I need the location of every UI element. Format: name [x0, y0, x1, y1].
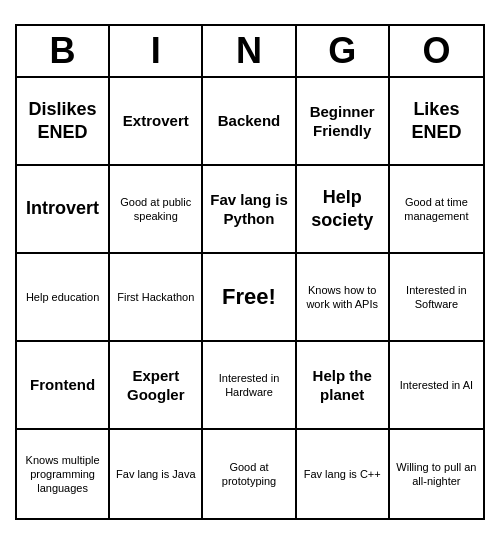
bingo-cell[interactable]: Introvert	[17, 166, 110, 254]
bingo-cell[interactable]: Knows how to work with APIs	[297, 254, 390, 342]
bingo-grid: Dislikes ENEDExtrovertBackendBeginner Fr…	[17, 78, 483, 518]
bingo-cell[interactable]: Knows multiple programming languages	[17, 430, 110, 518]
bingo-cell[interactable]: Interested in AI	[390, 342, 483, 430]
bingo-cell[interactable]: Likes ENED	[390, 78, 483, 166]
header-g: G	[297, 26, 390, 76]
bingo-cell[interactable]: Dislikes ENED	[17, 78, 110, 166]
bingo-cell[interactable]: Good at public speaking	[110, 166, 203, 254]
header-i: I	[110, 26, 203, 76]
bingo-cell[interactable]: Extrovert	[110, 78, 203, 166]
header-b: B	[17, 26, 110, 76]
bingo-cell[interactable]: Beginner Friendly	[297, 78, 390, 166]
header-n: N	[203, 26, 296, 76]
bingo-cell[interactable]: Good at prototyping	[203, 430, 296, 518]
bingo-cell[interactable]: Frontend	[17, 342, 110, 430]
header-o: O	[390, 26, 483, 76]
bingo-cell[interactable]: Help the planet	[297, 342, 390, 430]
bingo-cell[interactable]: Expert Googler	[110, 342, 203, 430]
bingo-cell[interactable]: Help society	[297, 166, 390, 254]
bingo-cell[interactable]: Fav lang is C++	[297, 430, 390, 518]
bingo-cell[interactable]: Fav lang is Java	[110, 430, 203, 518]
bingo-card: B I N G O Dislikes ENEDExtrovertBackendB…	[15, 24, 485, 520]
bingo-cell[interactable]: Interested in Hardware	[203, 342, 296, 430]
bingo-cell[interactable]: Backend	[203, 78, 296, 166]
bingo-cell[interactable]: Willing to pull an all-nighter	[390, 430, 483, 518]
bingo-cell[interactable]: Good at time management	[390, 166, 483, 254]
bingo-header: B I N G O	[17, 26, 483, 78]
bingo-cell[interactable]: Fav lang is Python	[203, 166, 296, 254]
bingo-cell[interactable]: Free!	[203, 254, 296, 342]
bingo-cell[interactable]: First Hackathon	[110, 254, 203, 342]
bingo-cell[interactable]: Interested in Software	[390, 254, 483, 342]
bingo-cell[interactable]: Help education	[17, 254, 110, 342]
